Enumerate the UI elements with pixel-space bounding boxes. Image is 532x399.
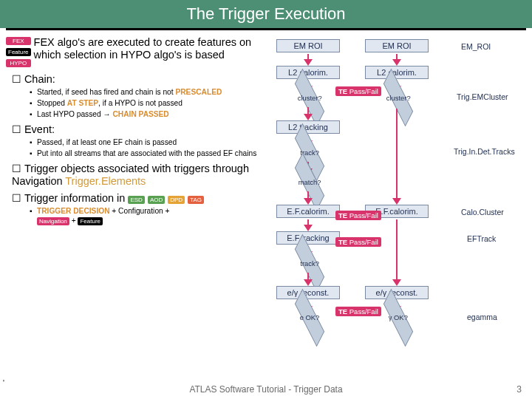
arrow-head-icon	[304, 279, 313, 286]
arrow-head-icon	[304, 114, 313, 120]
eok-decision: e OK?	[287, 310, 332, 326]
te-badge: TE Pass/Fail	[335, 211, 381, 220]
chain-item: Started, if seed has fired and chain is …	[30, 87, 266, 97]
trigtrk-label: Trig.In.Det.Tracks	[454, 147, 515, 156]
page-number: 3	[516, 384, 522, 395]
arrow-head-icon	[304, 198, 313, 205]
cluster-decision: cluster?	[287, 89, 332, 106]
recon-box: e/γ reconst.	[365, 286, 429, 299]
eftrack-label: EFTrack	[467, 234, 496, 243]
egamma-label: egamma	[467, 313, 497, 321]
feature-pill-2: Feature	[78, 217, 103, 225]
intro-text: FEX algo's are executed to create featur…	[34, 36, 266, 67]
arrow-head-icon	[304, 59, 313, 66]
arrow-head-icon	[304, 225, 313, 231]
chain-heading: Chain:	[12, 73, 266, 85]
gok-decision: γ OK?	[375, 310, 421, 326]
esd-pill: ESD	[128, 196, 144, 204]
track-decision: track?	[287, 255, 332, 271]
event-block: Event: Passed, if at least one EF chain …	[12, 123, 266, 158]
info-list: TRIGGER DECISION + Configuration + Navig…	[30, 206, 266, 225]
arrow-line	[396, 262, 398, 280]
fex-pill: FEX	[6, 37, 31, 45]
tag-pill: TAG	[188, 196, 204, 204]
hypo-pill: HYPO	[6, 59, 31, 67]
ef-calorim-box: E.F.calorim.	[276, 205, 340, 218]
footer-text: ATLAS Software Tutorial - Trigger Data	[0, 384, 532, 395]
emroi-label: EM_ROI	[461, 42, 491, 51]
chain-block: Chain: Started, if seed has fired and ch…	[12, 73, 266, 119]
chain-item: Stopped AT STEP, if a HYPO is not passed	[30, 98, 266, 108]
chain-item: Last HYPO passed → CHAIN PASSED	[30, 109, 266, 119]
l2-calorim-box: L2 calorim.	[276, 66, 340, 79]
left-column: FEX Feature HYPO FEX algo's are executed…	[3, 35, 266, 228]
info-block: Trigger information in ESD AOD DPD TAG T…	[12, 192, 266, 225]
arrow-line	[396, 109, 398, 199]
em-roi-box: EM ROI	[365, 39, 429, 52]
cluster-decision: cluster?	[375, 89, 421, 106]
title-bar: The Trigger Execution	[0, 0, 532, 28]
page-title: The Trigger Execution	[186, 4, 345, 24]
nav-pill: Navigation	[37, 217, 69, 225]
dpd-pill: DPD	[168, 196, 185, 204]
info-item: TRIGGER DECISION + Configuration + Navig…	[30, 206, 266, 225]
te-badge: TE Pass/Fail	[335, 307, 381, 316]
trigger-elements-link[interactable]: Trigger.Elements	[65, 175, 146, 187]
l2-tracking-box: L2 tracking	[276, 120, 340, 134]
diagram: EM ROI EM ROI EM_ROI L2 calorim. L2 calo…	[266, 35, 529, 228]
intro-labels: FEX Feature HYPO	[6, 37, 31, 67]
arrow-line	[396, 219, 398, 262]
em-roi-box: EM ROI	[276, 39, 340, 52]
calocluster-label: Calo.Cluster	[461, 208, 504, 216]
nav-heading: Trigger objects associated with triggers…	[12, 163, 266, 188]
te-badge: TE TE Pass/FailPass/Fail	[335, 86, 381, 96]
match-decision: match?	[287, 174, 332, 190]
te-badge: TE Pass/Fail	[335, 237, 381, 247]
event-item: Passed, if at least one EF chain is pass…	[30, 137, 266, 147]
nav-block: Trigger objects associated with triggers…	[12, 163, 266, 188]
title-underline	[6, 28, 526, 30]
trigem-label: Trig.EMCluster	[457, 92, 508, 101]
arrow-head-icon	[392, 59, 401, 66]
event-item: Put into all streams that are associated…	[30, 149, 266, 158]
arrow-head-icon	[392, 198, 401, 205]
ef-tracking-box: E.F.tracking	[276, 231, 340, 245]
intro-block: FEX Feature HYPO FEX algo's are executed…	[6, 36, 266, 67]
content: FEX Feature HYPO FEX algo's are executed…	[0, 35, 532, 228]
track-decision: track?	[287, 144, 332, 160]
chain-list: Started, if seed has fired and chain is …	[30, 87, 266, 119]
event-heading: Event:	[12, 123, 266, 135]
info-heading: Trigger information in ESD AOD DPD TAG	[12, 192, 266, 204]
aod-pill: AOD	[148, 196, 165, 204]
arrow-head-icon	[392, 279, 401, 286]
feature-pill: Feature	[6, 48, 31, 56]
recon-box: e/γ reconst.	[276, 286, 340, 299]
event-list: Passed, if at least one EF chain is pass…	[30, 137, 266, 158]
l2-calorim-box: L2 calorim.	[365, 66, 429, 79]
